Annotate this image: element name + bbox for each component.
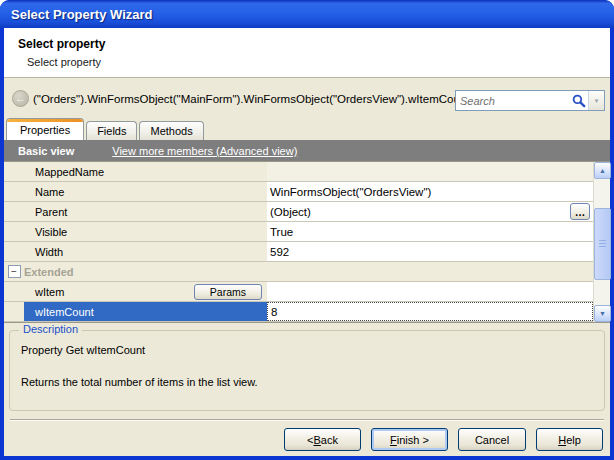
property-row-Name[interactable]: NameWinFormsObject("OrdersView")	[4, 182, 593, 202]
property-value[interactable]: True	[267, 222, 593, 241]
search-box[interactable]: Search ▼	[455, 90, 605, 111]
dialog-body: Select property Select property ← ("Orde…	[4, 28, 610, 456]
back-button[interactable]: <Back	[284, 428, 361, 451]
property-name[interactable]: wItemCount	[24, 302, 267, 321]
property-name[interactable]: Width	[24, 242, 267, 261]
property-row-wItem[interactable]: wItemParams	[4, 282, 593, 302]
property-row-Width[interactable]: Width592	[4, 242, 593, 262]
property-value[interactable]: 8	[267, 302, 593, 321]
property-value[interactable]	[267, 162, 593, 181]
row-gutter	[4, 182, 24, 201]
back-arrow-icon[interactable]: ←	[12, 90, 29, 107]
member-tabs: Properties Fields Methods	[6, 118, 206, 140]
tab-methods[interactable]: Methods	[139, 121, 203, 140]
params-button[interactable]: Params	[194, 284, 262, 300]
select-property-wizard-dialog: Select Property Wizard Select property S…	[0, 0, 614, 460]
help-button[interactable]: Help	[536, 428, 603, 451]
finish-button[interactable]: Finish >	[371, 428, 448, 451]
property-grid-rows: MappedNameNameWinFormsObject("OrdersView…	[4, 162, 593, 322]
property-name[interactable]: wItemParams	[24, 282, 267, 301]
footer-divider	[10, 419, 604, 421]
chevron-down-icon: ▼	[594, 98, 600, 104]
property-value[interactable]: (Object)…	[267, 202, 593, 221]
ellipsis-button[interactable]: …	[570, 203, 590, 220]
property-name[interactable]: MappedName	[24, 162, 267, 181]
search-icon[interactable]	[570, 91, 588, 110]
property-value[interactable]	[267, 282, 593, 301]
property-row-wItemCount[interactable]: wItemCount8	[4, 302, 593, 322]
group-row-extended[interactable]: −Extended	[4, 262, 593, 282]
advanced-view-link[interactable]: View more members (Advanced view)	[112, 145, 297, 157]
property-name[interactable]: Visible	[24, 222, 267, 241]
collapse-minus-icon[interactable]: −	[8, 265, 21, 278]
titlebar[interactable]: Select Property Wizard	[0, 0, 614, 28]
scroll-down-icon[interactable]: ▼	[594, 305, 611, 322]
description-text: Returns the total number of items in the…	[21, 376, 258, 388]
view-mode-bar: Basic view View more members (Advanced v…	[4, 140, 610, 161]
property-value[interactable]: 592	[267, 242, 593, 261]
scroll-up-icon[interactable]: ▲	[594, 162, 611, 179]
cancel-button[interactable]: Cancel	[458, 428, 526, 451]
property-row-MappedName[interactable]: MappedName	[4, 162, 593, 182]
description-signature: Property Get wItemCount	[21, 344, 145, 356]
row-gutter	[4, 162, 24, 181]
description-legend: Description	[19, 323, 82, 335]
property-row-Visible[interactable]: VisibleTrue	[4, 222, 593, 242]
scrollbar-thumb[interactable]	[594, 208, 611, 280]
property-name[interactable]: Name	[24, 182, 267, 201]
row-gutter	[4, 242, 24, 261]
row-gutter	[4, 202, 24, 221]
property-name[interactable]: Parent	[24, 202, 267, 221]
object-path: ("Orders").WinFormsObject("MainForm").Wi…	[33, 93, 469, 105]
tab-fields[interactable]: Fields	[86, 121, 137, 140]
path-toolbar: ← ("Orders").WinFormsObject("MainForm").…	[4, 78, 610, 118]
search-input[interactable]: Search	[456, 91, 570, 110]
tab-properties[interactable]: Properties	[6, 118, 84, 140]
property-grid: MappedNameNameWinFormsObject("OrdersView…	[4, 161, 610, 323]
group-label: Extended	[24, 262, 593, 281]
search-dropdown-button[interactable]: ▼	[588, 91, 604, 110]
wizard-header: Select property Select property	[4, 28, 610, 78]
property-row-Parent[interactable]: Parent(Object)…	[4, 202, 593, 222]
row-gutter: −	[4, 262, 24, 281]
vertical-scrollbar[interactable]: ▲ ▼	[593, 162, 610, 322]
page-title: Select property	[18, 37, 105, 51]
button-row: <Back Finish > Cancel Help	[4, 428, 610, 451]
window-title: Select Property Wizard	[11, 7, 152, 22]
view-mode-title: Basic view	[18, 145, 74, 157]
row-gutter	[4, 282, 24, 301]
row-gutter	[4, 222, 24, 241]
page-subtitle: Select property	[27, 56, 101, 68]
row-gutter	[4, 302, 24, 321]
description-groupbox: Description Property Get wItemCount Retu…	[9, 330, 605, 411]
property-value[interactable]: WinFormsObject("OrdersView")	[267, 182, 593, 201]
